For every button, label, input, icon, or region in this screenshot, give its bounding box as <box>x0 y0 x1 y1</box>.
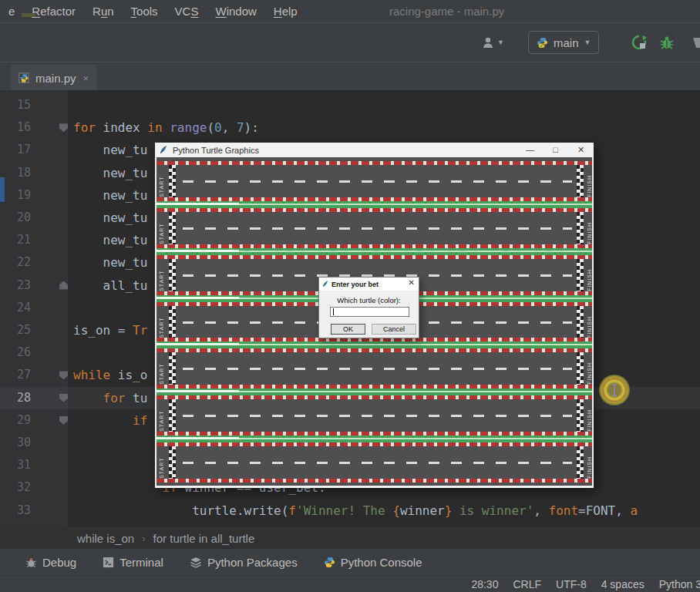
code-line-15[interactable]: 15 <box>0 94 700 116</box>
line-number: 17 <box>0 139 31 161</box>
code-text: if <box>73 409 147 432</box>
breadcrumb: while is_on›for turtle in all_turtle <box>0 527 700 549</box>
menu-item-window[interactable]: Window <box>207 0 264 23</box>
lane-dashes <box>183 368 572 370</box>
code-text: for index in range(0, 7): <box>73 116 259 139</box>
tool-button-label: Python Console <box>341 556 422 569</box>
tool-button-python-packages[interactable]: Python Packages <box>190 556 298 569</box>
finish-checker-strip <box>577 165 584 197</box>
turtle-window-titlebar[interactable]: Python Turtle Graphics — □ ✕ <box>155 143 594 157</box>
tool-button-terminal[interactable]: Terminal <box>103 556 163 569</box>
lane-dashes <box>183 180 572 183</box>
start-label: START <box>159 165 164 197</box>
start-checker-strip <box>169 352 176 385</box>
fold-marker-icon[interactable] <box>59 281 68 290</box>
lane-dashes <box>183 227 572 230</box>
main-toolbar: ▼ main ▼ <box>0 23 700 62</box>
code-line-33[interactable]: 33 turtle.write(f'Winner! The {winner} i… <box>0 500 700 522</box>
line-number: 27 <box>0 364 31 386</box>
status-indicator-square <box>22 13 35 17</box>
grass-divider <box>156 201 592 208</box>
close-icon[interactable]: ✕ <box>568 143 594 157</box>
status-item[interactable]: CRLF <box>513 578 541 590</box>
fold-marker-icon[interactable] <box>59 123 68 132</box>
status-bar: 28:30CRLFUTF-84 spacesPython 3 <box>0 575 700 592</box>
race-lane-1: STARTFINISH <box>156 161 592 201</box>
status-item[interactable]: Python 3 <box>659 578 700 590</box>
ok-button[interactable]: OK <box>331 324 365 335</box>
enter-bet-dialog[interactable]: Enter your bet ✕ Which turtle (color): O… <box>318 277 419 338</box>
finish-checker-strip <box>577 399 584 432</box>
python-logo-icon <box>324 557 335 568</box>
line-number: 32 <box>0 476 31 499</box>
cancel-button[interactable]: Cancel <box>372 324 416 335</box>
menu-item-help[interactable]: Help <box>265 0 306 23</box>
grass-divider <box>156 388 592 395</box>
bet-input[interactable] <box>330 307 409 317</box>
code-text: new_tu <box>73 251 147 274</box>
user-menu-button[interactable]: ▼ <box>481 23 504 62</box>
line-number: 26 <box>0 341 31 364</box>
status-item[interactable]: 28:30 <box>471 578 498 590</box>
start-checker-strip <box>169 306 176 338</box>
close-icon[interactable]: ✕ <box>409 278 415 287</box>
race-lane-5: STARTFINISH <box>156 348 592 388</box>
code-text: for tu <box>73 387 147 409</box>
lane-dashes <box>183 462 572 464</box>
minimize-icon[interactable]: — <box>517 143 543 157</box>
feather-icon <box>322 281 328 288</box>
grass-divider <box>156 436 592 442</box>
chevron-down-icon: ▼ <box>584 39 591 46</box>
code-text: while is_o <box>73 364 147 386</box>
menu-item-tools[interactable]: Tools <box>123 0 167 23</box>
grass-divider <box>156 248 592 255</box>
status-item[interactable]: 4 spaces <box>601 578 644 590</box>
tool-button-python-console[interactable]: Python Console <box>324 556 422 569</box>
start-label: START <box>159 446 164 479</box>
start-label: START <box>159 399 164 432</box>
curb-top <box>156 348 592 352</box>
tab-close-icon[interactable]: × <box>83 72 89 84</box>
breadcrumb-item[interactable]: for turtle in all_turtle <box>153 532 255 545</box>
run-configuration-select[interactable]: main ▼ <box>528 23 599 62</box>
clipped-toolbar-icon[interactable] <box>692 23 700 62</box>
code-text: new_tu <box>73 184 147 207</box>
finish-checker-strip <box>577 259 584 291</box>
line-number: 20 <box>0 207 31 229</box>
start-checker-strip <box>169 165 176 197</box>
menu-item-refactor[interactable]: Refactor <box>23 0 84 23</box>
menu-item-vcs[interactable]: VCS <box>167 0 207 23</box>
code-line-16[interactable]: 16for index in range(0, 7): <box>0 116 700 139</box>
feather-icon <box>160 146 167 155</box>
finish-label: FINISH <box>587 212 592 244</box>
line-number: 24 <box>0 297 31 319</box>
mouse-click-highlight <box>599 375 630 405</box>
race-lane-7: STARTFINISH <box>156 442 592 483</box>
fold-marker-icon[interactable] <box>59 394 68 402</box>
line-number: 30 <box>0 432 31 454</box>
dialog-prompt-label: Which turtle (color): <box>319 296 419 304</box>
curb-top <box>156 208 592 212</box>
tool-button-debug[interactable]: Debug <box>25 556 76 569</box>
start-checker-strip <box>169 446 176 479</box>
fold-marker-icon[interactable] <box>59 371 68 379</box>
debug-bug-icon <box>25 557 37 568</box>
debug-button[interactable] <box>659 23 675 62</box>
terminal-icon <box>103 557 114 568</box>
menu-item-e[interactable]: e <box>0 0 23 23</box>
dialog-titlebar[interactable]: Enter your bet ✕ <box>319 278 419 291</box>
start-checker-strip <box>169 259 176 291</box>
finish-checker-strip <box>577 306 584 338</box>
rerun-button[interactable] <box>631 23 648 62</box>
start-label: START <box>159 306 164 338</box>
tab-main-py[interactable]: main.py × <box>11 65 96 91</box>
line-number: 16 <box>0 116 31 139</box>
status-item[interactable]: UTF-8 <box>556 578 587 590</box>
breadcrumb-item[interactable]: while is_on <box>77 532 134 545</box>
curb-top <box>156 161 592 165</box>
maximize-icon[interactable]: □ <box>543 143 568 157</box>
menu-bar: eRefactorRunToolsVCSWindowHelp <box>0 0 700 23</box>
menu-item-run[interactable]: Run <box>84 0 123 23</box>
fold-marker-icon[interactable] <box>59 416 68 425</box>
code-text: is_on = Tr <box>73 319 147 341</box>
